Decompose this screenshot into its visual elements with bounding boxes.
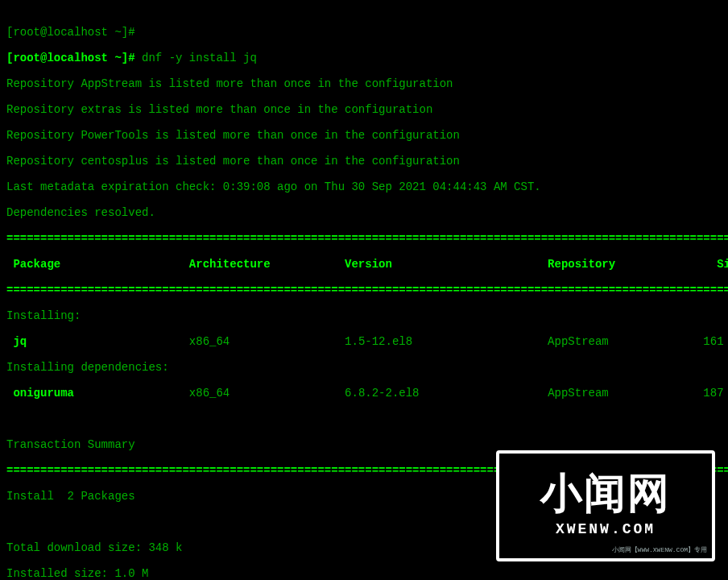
blank bbox=[6, 412, 722, 425]
table-row: jq x86_64 1.5-12.el8 AppStream 161 k bbox=[6, 335, 722, 348]
line: Repository AppStream is listed more than… bbox=[6, 77, 722, 90]
line: Repository extras is listed more than on… bbox=[6, 103, 722, 116]
watermark-overlay: 小闻网 XWENW.COM 小闻网【WWW.XWENW.COM】专用 bbox=[496, 450, 715, 561]
divider: ========================================… bbox=[6, 232, 722, 245]
prompt: [root@localhost ~]# dnf -y install jq bbox=[6, 52, 722, 64]
divider: ========================================… bbox=[6, 284, 722, 296]
line: Installed size: 1.0 M bbox=[6, 567, 722, 580]
line: Last metadata expiration check: 0:39:08 … bbox=[6, 180, 722, 193]
section-label: Installing dependencies: bbox=[6, 361, 722, 374]
section-label: Transaction Summary bbox=[6, 438, 722, 451]
watermark-cn: 小闻网 bbox=[540, 476, 671, 518]
line: Repository PowerTools is listed more tha… bbox=[6, 129, 722, 142]
table-header: Package Architecture Version Repository … bbox=[6, 258, 722, 271]
line: [root@localhost ~]# bbox=[6, 26, 722, 39]
watermark-en: XWENW.COM bbox=[556, 523, 656, 536]
watermark-small: 小闻网【WWW.XWENW.COM】专用 bbox=[612, 544, 707, 557]
line: Repository centosplus is listed more tha… bbox=[6, 155, 722, 168]
line: Dependencies resolved. bbox=[6, 206, 722, 219]
table-row: oniguruma x86_64 6.8.2-2.el8 AppStream 1… bbox=[6, 387, 722, 400]
section-label: Installing: bbox=[6, 309, 722, 322]
